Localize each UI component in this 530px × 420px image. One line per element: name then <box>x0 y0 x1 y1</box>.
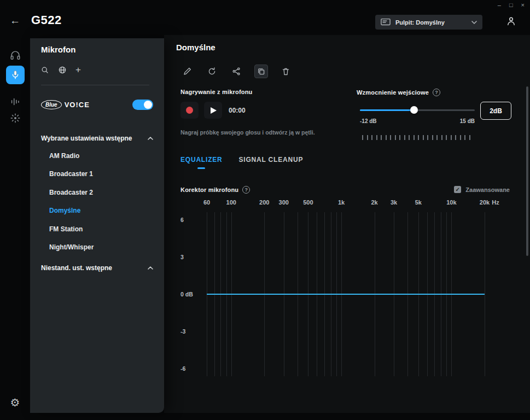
tab-signal-cleanup[interactable]: SIGNAL CLEANUP <box>239 156 304 169</box>
preset-item-broadcaster-2[interactable]: Broadcaster 2 <box>41 183 153 202</box>
microphone-tab-active-bg <box>6 66 25 84</box>
eq-x-tick-label: 20k <box>480 199 490 206</box>
account-button[interactable] <box>505 15 517 29</box>
profile-dropdown-label: Pulpit: Domyślny <box>395 19 467 26</box>
recording-heading: Nagrywanie z mikrofonu <box>180 89 253 95</box>
recording-caption: Nagraj próbkę swojego głosu i odtwórz ją… <box>180 129 315 136</box>
chevron-down-icon <box>471 21 477 24</box>
input-gain-heading: Wzmocnienie wejściowe <box>357 89 429 96</box>
blue-brand-oval: Blue <box>41 100 62 109</box>
help-icon[interactable]: ? <box>242 186 250 194</box>
close-button[interactable]: × <box>521 2 525 8</box>
rename-button[interactable] <box>180 65 194 78</box>
blue-voice-logo: Blue VO!CE <box>41 100 90 109</box>
delete-button[interactable] <box>279 65 293 78</box>
toggle-knob <box>144 101 152 109</box>
maximize-button[interactable]: □ <box>509 2 513 8</box>
gain-slider-fill <box>360 109 414 111</box>
tab-equalizer-label: EQUALIZER <box>180 156 223 164</box>
preset-item-broadcaster-1[interactable]: Broadcaster 1 <box>41 165 153 184</box>
gain-min-label: -12 dB <box>360 118 377 124</box>
eq-gridline <box>485 212 485 376</box>
eq-x-tick-label: 2k <box>371 199 377 206</box>
eq-x-tick-label: 200 <box>259 199 269 206</box>
gain-slider[interactable] <box>360 106 475 114</box>
preset-section-header[interactable]: Wybrane ustawienia wstępne <box>41 135 153 142</box>
page-title-device: G522 <box>31 13 62 27</box>
share-button[interactable] <box>230 65 243 78</box>
preset-list: AM Radio Broadcaster 1 Broadcaster 2 Dom… <box>41 147 153 256</box>
help-icon[interactable]: ? <box>433 89 440 96</box>
eq-heading: Korektor mikrofonu <box>180 186 238 193</box>
globe-icon[interactable] <box>58 66 67 74</box>
preset-toolbar <box>180 65 293 78</box>
person-icon <box>505 15 517 27</box>
preset-item-fm-station[interactable]: FM Station <box>41 220 153 238</box>
play-button[interactable] <box>204 102 222 119</box>
pencil-icon <box>183 67 192 76</box>
eq-x-tick-label: 3k <box>391 199 397 206</box>
sidebar-title: Mikrofon <box>41 45 75 54</box>
duplicate-button[interactable] <box>254 65 268 78</box>
eq-x-tick-label: 1k <box>338 199 345 206</box>
reset-icon <box>207 67 217 76</box>
eq-curve-layer <box>207 212 485 376</box>
brightness-icon <box>9 112 21 124</box>
headphones-tab[interactable] <box>0 49 30 61</box>
recording-controls: 00:00 <box>180 102 246 119</box>
eq-y-tick-label: 6 <box>180 217 184 223</box>
mic-tabs: EQUALIZER SIGNAL CLEANUP <box>180 156 303 169</box>
advanced-label: Zaawansowane <box>465 186 510 193</box>
headphones-icon <box>9 49 21 61</box>
eq-y-labels: 630 dB-3-6 <box>179 212 205 376</box>
gain-slider-handle[interactable] <box>410 106 418 114</box>
eq-y-tick-label: -3 <box>180 328 185 335</box>
eq-plot[interactable] <box>207 212 485 376</box>
eq-y-tick-label: 3 <box>180 254 184 260</box>
preset-section-label: Wybrane ustawienia wstępne <box>41 135 132 142</box>
meter-tick <box>362 135 363 140</box>
meter-tick <box>441 135 442 140</box>
meter-tick <box>395 135 396 140</box>
record-icon <box>186 107 193 114</box>
meter-tick <box>469 135 470 140</box>
meter-tick <box>390 135 391 140</box>
eq-x-tick-label: 500 <box>303 199 313 206</box>
meter-tick <box>409 135 410 140</box>
meter-tick <box>376 135 377 140</box>
preset-item-domyslne[interactable]: Domyślne <box>41 202 153 220</box>
settings-button[interactable]: ⚙ <box>0 397 30 408</box>
preset-item-night-whisper[interactable]: Night/Whisper <box>41 238 153 257</box>
minimize-button[interactable]: – <box>498 2 501 8</box>
advanced-toggle-row: ✓ Zaawansowane <box>454 186 510 193</box>
eq-x-tick-label: 300 <box>279 199 289 206</box>
preset-item-am-radio[interactable]: AM Radio <box>41 147 153 165</box>
lighting-tab[interactable] <box>0 112 30 124</box>
trash-icon <box>281 67 290 76</box>
add-preset-button[interactable]: + <box>75 66 81 74</box>
copy-icon <box>257 67 266 76</box>
eq-x-tick-label: 60 <box>203 199 210 206</box>
microphone-icon <box>10 69 21 80</box>
blue-voice-toggle[interactable] <box>132 100 153 110</box>
meter-tick <box>464 135 465 140</box>
reset-button[interactable] <box>205 65 219 78</box>
window-controls: – □ × <box>498 2 525 8</box>
advanced-checkbox[interactable]: ✓ <box>454 186 461 193</box>
gain-value-field[interactable]: 2dB <box>480 102 511 120</box>
sound-levels-tab[interactable] <box>0 96 30 108</box>
sidebar-divider <box>41 85 149 85</box>
record-button[interactable] <box>180 102 199 119</box>
back-button[interactable]: ← <box>10 15 20 27</box>
eq-x-tick-label: 10k <box>446 199 456 206</box>
meter-tick <box>381 135 382 140</box>
microphone-tab[interactable] <box>0 66 30 84</box>
custom-section-header[interactable]: Niestand. ust. wstępne <box>41 264 153 272</box>
search-icon[interactable] <box>40 66 49 74</box>
active-tab-indicator <box>197 167 205 169</box>
meter-tick <box>418 135 419 140</box>
eq-x-labels: 601002003005001k2k3k5k10k20kHz <box>207 199 485 208</box>
desktop-profile-dropdown[interactable]: Pulpit: Domyślny <box>375 15 482 30</box>
tab-equalizer[interactable]: EQUALIZER <box>180 156 223 169</box>
scrollbar[interactable] <box>526 86 528 256</box>
